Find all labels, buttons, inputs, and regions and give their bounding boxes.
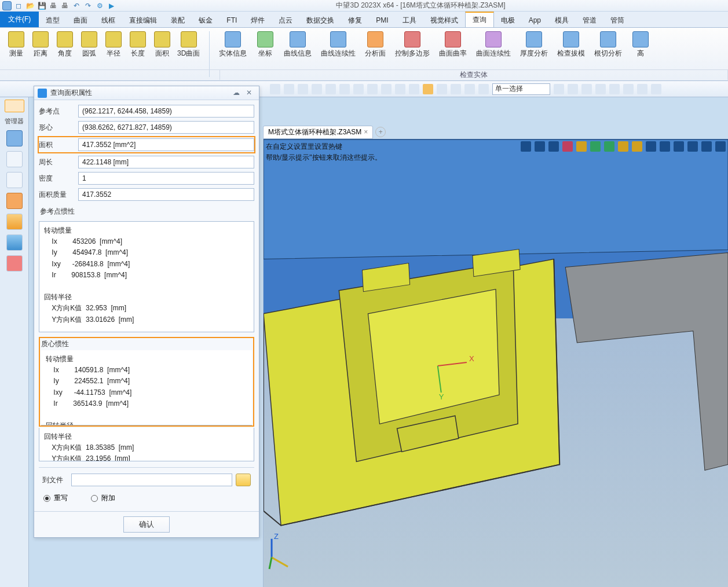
menu-item[interactable]: 数据交换 bbox=[299, 12, 341, 27]
tb-icon[interactable] bbox=[381, 84, 392, 94]
vp-icon[interactable] bbox=[535, 141, 545, 152]
vp-icon[interactable] bbox=[604, 141, 614, 152]
tb-icon[interactable] bbox=[595, 84, 606, 94]
menu-item[interactable]: 焊件 bbox=[244, 12, 272, 27]
vp-icon[interactable] bbox=[576, 141, 587, 152]
ok-button[interactable]: 确认 bbox=[123, 516, 170, 533]
density-input[interactable]: 1 bbox=[78, 172, 254, 185]
tb-icon[interactable] bbox=[312, 84, 322, 94]
massarea-input[interactable]: 417.3552 bbox=[78, 188, 254, 201]
refpoint-input[interactable]: (962.1217, 6244.458, 14859) bbox=[78, 105, 254, 118]
menu-item-active[interactable]: 查询 bbox=[465, 12, 494, 27]
menu-item[interactable]: 模具 bbox=[548, 12, 576, 27]
tb-icon[interactable] bbox=[423, 84, 433, 94]
tb-icon[interactable] bbox=[325, 84, 336, 94]
tb-icon[interactable] bbox=[298, 84, 308, 94]
menu-item[interactable]: 直接编辑 bbox=[122, 12, 164, 27]
perimeter-input[interactable]: 422.1148 [mm] bbox=[78, 156, 254, 168]
vp-icon[interactable] bbox=[660, 141, 670, 152]
menu-item[interactable]: 工具 bbox=[396, 12, 423, 27]
inertia-ref-textarea[interactable]: 转动惯量 Ix 453206 [mm^4] Iy 454947.8 [mm^4]… bbox=[39, 221, 254, 332]
menu-item[interactable]: 线框 bbox=[94, 12, 122, 27]
tb-icon[interactable] bbox=[395, 84, 405, 94]
tb-icon[interactable] bbox=[409, 84, 419, 94]
redo-icon[interactable]: ↷ bbox=[83, 1, 93, 10]
vp-icon[interactable] bbox=[674, 141, 684, 152]
viewport[interactable]: X Y Z 在自定义设置里设置热键 帮助/显示提示"按钮来取消这些提示。 bbox=[263, 139, 728, 587]
vp-icon[interactable] bbox=[715, 141, 726, 152]
open-icon[interactable]: 📂 bbox=[25, 1, 35, 10]
radio-overwrite[interactable]: 重写 bbox=[43, 493, 68, 503]
sidebar-icon[interactable] bbox=[6, 130, 23, 146]
model-canvas[interactable]: X Y Z bbox=[264, 139, 728, 587]
tb-icon[interactable] bbox=[367, 84, 378, 94]
document-tab[interactable]: M塔式立体循环种植架.Z3ASM × bbox=[263, 126, 373, 139]
menu-item[interactable]: 点云 bbox=[272, 12, 299, 27]
vp-icon[interactable] bbox=[701, 141, 712, 152]
print2-icon[interactable]: 🖶 bbox=[60, 1, 69, 10]
menu-file[interactable]: 文件(F) bbox=[0, 12, 39, 27]
close-icon[interactable]: ✕ bbox=[243, 89, 255, 98]
menu-item[interactable]: 管道 bbox=[576, 12, 603, 27]
inertia-centroid-textarea[interactable]: 转动惯量 Ix 140591.8 [mm^4] Iy 224552.1 [mm^… bbox=[41, 350, 252, 425]
sidebar-icon[interactable] bbox=[6, 234, 23, 251]
menu-item[interactable]: 造型 bbox=[39, 12, 67, 27]
sidebar-icon[interactable] bbox=[6, 214, 23, 230]
new-icon[interactable]: ◻ bbox=[14, 1, 23, 10]
vp-icon[interactable] bbox=[632, 141, 642, 152]
inertia-centroid-textarea-tail[interactable]: 回转半径 X方向K值 18.35385 [mm] Y方向K值 23.1956 [… bbox=[39, 428, 254, 461]
tb-icon[interactable] bbox=[451, 84, 461, 94]
print-icon[interactable]: 🖶 bbox=[49, 1, 58, 10]
radio-append[interactable]: 附加 bbox=[91, 493, 115, 503]
sidebar-icon[interactable] bbox=[6, 172, 23, 188]
menu-item[interactable]: 电极 bbox=[494, 12, 522, 27]
play-icon[interactable]: ▶ bbox=[107, 1, 116, 10]
tb-icon[interactable] bbox=[651, 84, 661, 94]
gear-icon[interactable]: ⚙ bbox=[95, 1, 104, 10]
tb-icon[interactable] bbox=[581, 84, 592, 94]
tb-icon[interactable] bbox=[284, 84, 294, 94]
vp-icon[interactable] bbox=[687, 141, 698, 152]
vp-icon[interactable] bbox=[562, 141, 573, 152]
tb-icon[interactable] bbox=[637, 84, 647, 94]
reset-icon[interactable]: ☁ bbox=[230, 89, 243, 98]
menu-item[interactable]: 视觉样式 bbox=[423, 12, 465, 27]
sidebar-pointer-icon[interactable] bbox=[5, 100, 24, 112]
sidebar-person-icon[interactable] bbox=[6, 255, 23, 272]
dialog-titlebar[interactable]: 查询面积属性 ☁ ✕ bbox=[34, 86, 259, 100]
tb-icon[interactable] bbox=[464, 84, 475, 94]
menu-item[interactable]: FTI bbox=[220, 12, 244, 27]
close-icon[interactable]: × bbox=[364, 128, 368, 136]
menu-item[interactable]: 曲面 bbox=[67, 12, 94, 27]
tb-icon[interactable] bbox=[339, 84, 350, 94]
select-mode-dropdown[interactable]: 单一选择 bbox=[492, 83, 550, 95]
menu-item[interactable]: App bbox=[522, 12, 548, 27]
tb-icon[interactable] bbox=[437, 84, 447, 94]
vp-icon[interactable] bbox=[590, 141, 601, 152]
menu-item[interactable]: 装配 bbox=[164, 12, 192, 27]
menu-item[interactable]: PMI bbox=[369, 12, 395, 27]
browse-folder-button[interactable] bbox=[236, 474, 251, 486]
vp-icon[interactable] bbox=[548, 141, 559, 152]
tb-icon[interactable] bbox=[353, 84, 364, 94]
add-tab-button[interactable]: + bbox=[375, 127, 386, 137]
centroid-input[interactable]: (938.6262, 6271.827, 14859) bbox=[78, 121, 254, 134]
tb-icon[interactable] bbox=[554, 84, 564, 94]
area-input[interactable]: 417.3552 [mm^2] bbox=[78, 138, 254, 151]
save-icon[interactable]: 💾 bbox=[37, 1, 46, 10]
menu-item[interactable]: 管筒 bbox=[603, 12, 631, 27]
tb-icon[interactable] bbox=[478, 84, 489, 94]
vp-icon[interactable] bbox=[521, 141, 531, 152]
tb-icon[interactable] bbox=[568, 84, 578, 94]
menu-item[interactable]: 钣金 bbox=[192, 12, 220, 27]
tb-icon[interactable] bbox=[270, 84, 280, 94]
vp-icon[interactable] bbox=[646, 141, 656, 152]
vp-icon[interactable] bbox=[618, 141, 628, 152]
file-path-input[interactable] bbox=[71, 474, 232, 486]
menu-item[interactable]: 修复 bbox=[341, 12, 369, 27]
sidebar-icon[interactable] bbox=[6, 193, 23, 209]
tb-icon[interactable] bbox=[623, 84, 634, 94]
undo-icon[interactable]: ↶ bbox=[72, 1, 81, 10]
tb-icon[interactable] bbox=[609, 84, 620, 94]
sidebar-icon[interactable] bbox=[6, 151, 23, 167]
